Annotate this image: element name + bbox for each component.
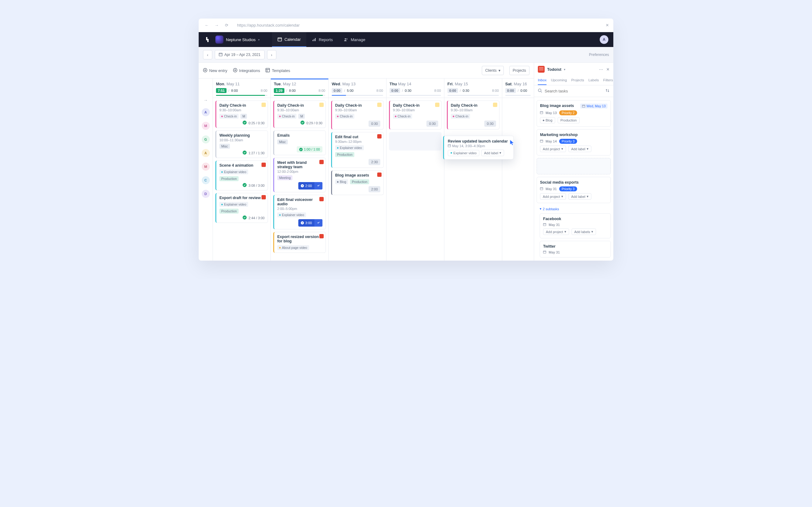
- calendar-card[interactable]: Edit final voiceover audio2:00–5:00pmExp…: [273, 195, 326, 229]
- column-body[interactable]: Daily Check-in9:30–10:00amCheck-inM0:29 …: [271, 98, 328, 261]
- template-icon: [265, 68, 270, 73]
- task-action-button[interactable]: Add project ▾: [543, 228, 569, 235]
- prev-week-button[interactable]: ‹: [203, 50, 212, 59]
- complete-button[interactable]: [314, 182, 322, 189]
- user-avatar[interactable]: C: [202, 176, 210, 184]
- column-body[interactable]: Daily Check-in9:30–10:00amCheck-inM0:25 …: [213, 98, 270, 261]
- user-avatar[interactable]: A: [600, 35, 608, 44]
- calendar-card[interactable]: EmailsMisc1:00 / 1:00: [273, 130, 326, 155]
- back-button[interactable]: ←: [203, 22, 210, 29]
- dot-icon: [337, 181, 339, 183]
- expand-rail-button[interactable]: →: [204, 98, 208, 103]
- calendar-card[interactable]: Meet with brand strategy team12:00-2:00p…: [273, 158, 326, 192]
- calendar-card[interactable]: Daily Check-in9:30–10:00amCheck-inM0:29 …: [273, 101, 326, 128]
- calendar-card[interactable]: Daily Check-in9:30–10:00amCheck-inM0:25 …: [215, 101, 268, 128]
- timer-play-button[interactable]: 3:00: [298, 219, 322, 227]
- calendar-toolbar: New entry Integrations Templates Clie: [199, 63, 534, 78]
- calendar-card[interactable]: Export resized version for blogAbout pag…: [273, 232, 326, 253]
- calendar-card[interactable]: Scene 4 animationExplainer videoProducti…: [215, 160, 268, 190]
- todoist-task-card[interactable]: Marketing workshopMay 14Priority 3Add pr…: [537, 129, 611, 156]
- integrations-button[interactable]: Integrations: [233, 68, 260, 73]
- nav-label: Manage: [351, 38, 365, 42]
- chevron-down-icon[interactable]: ▾: [564, 68, 565, 71]
- task-action-button[interactable]: Add project ▾: [540, 146, 566, 152]
- tag-chip: Meeting: [277, 175, 293, 180]
- drop-target[interactable]: [537, 158, 611, 174]
- priority-badge: Priority 2: [559, 110, 577, 115]
- svg-rect-15: [266, 68, 269, 72]
- column-body[interactable]: Daily Check-in9:30–10:00amCheck-in0:30Ed…: [328, 98, 386, 261]
- calendar-card[interactable]: Daily Check-in9:30–10:00amCheck-in0:30: [447, 101, 500, 129]
- user-avatar[interactable]: D: [202, 190, 210, 198]
- tag-chip: Explainer video: [277, 212, 306, 217]
- todoist-tab-upcoming[interactable]: Upcoming: [551, 76, 567, 85]
- workspace-switcher[interactable]: Neptune Studios ▾: [215, 36, 260, 44]
- preferences-link[interactable]: Preferences: [589, 53, 609, 57]
- close-panel-button[interactable]: ✕: [606, 67, 610, 72]
- tag-chip: Misc: [277, 139, 288, 145]
- tag-chip: Production: [219, 176, 239, 181]
- add-label-button[interactable]: Add label ▾: [481, 150, 504, 156]
- url-bar[interactable]: https://app.hourstack.com/calendar: [233, 21, 603, 30]
- todoist-task-card[interactable]: Social media exportsMay 31Priority 3Add …: [537, 177, 611, 203]
- todoist-tab-projects[interactable]: Projects: [571, 76, 584, 85]
- next-week-button[interactable]: ›: [267, 50, 276, 59]
- workspace-icon: [215, 36, 223, 44]
- task-title: Facebook: [543, 217, 607, 221]
- card-subtitle: 9:30–10:00am: [451, 108, 496, 112]
- calendar-card[interactable]: Export draft for reviewExplainer videoPr…: [215, 193, 268, 223]
- column-body[interactable]: Daily Check-in9:30–10:00amCheck-in0:30: [387, 98, 444, 261]
- user-avatar[interactable]: G: [202, 135, 210, 144]
- close-tab-button[interactable]: ✕: [606, 23, 609, 27]
- column-header: Fri, May 150:00/0:308:00: [444, 78, 502, 98]
- date-range-picker[interactable]: Apr 19 – Apr 23, 2021: [215, 50, 265, 59]
- task-title: Marketing workshop: [540, 133, 578, 137]
- dot-icon: [221, 116, 223, 117]
- task-action-button[interactable]: Add label ▾: [568, 193, 591, 200]
- chevron-down-icon: ▾: [587, 147, 589, 151]
- todoist-tab-filters[interactable]: Filters: [603, 76, 613, 85]
- tracked-time-badge: 0:00: [390, 88, 400, 93]
- progress-bar: [332, 95, 383, 96]
- more-button[interactable]: ⋯: [599, 67, 603, 72]
- reload-button[interactable]: ⟳: [223, 22, 230, 29]
- user-avatar[interactable]: M: [202, 122, 210, 130]
- complete-button[interactable]: [314, 219, 322, 227]
- user-rail: → AMGAMCD: [199, 78, 213, 261]
- calendar-card[interactable]: Daily Check-in9:30–10:00amCheck-in0:30: [389, 101, 442, 129]
- calendar-card[interactable]: Daily Check-in9:30–10:00amCheck-in0:30: [331, 101, 384, 129]
- integration-badge-icon: [261, 103, 266, 107]
- projects-dropdown[interactable]: Projects: [509, 66, 529, 75]
- svg-point-6: [347, 39, 348, 40]
- user-avatar[interactable]: M: [202, 163, 210, 171]
- column-body[interactable]: Daily Check-in9:30–10:00amCheck-in0:30: [444, 98, 502, 261]
- todoist-tab-labels[interactable]: Labels: [588, 76, 599, 85]
- column-body[interactable]: [502, 98, 534, 261]
- task-action-button[interactable]: Add project ▾: [540, 193, 566, 200]
- todoist-subtask-card[interactable]: FacebookMay 31Add project ▾Add labels ▾: [540, 213, 611, 238]
- nav-calendar[interactable]: Calendar: [272, 32, 306, 47]
- todoist-task-card[interactable]: Blog image assetsWed, May 13May 13Priori…: [537, 100, 611, 127]
- todoist-subtask-card[interactable]: TwitterMay 31: [540, 241, 611, 258]
- user-avatar[interactable]: A: [202, 108, 210, 116]
- tag-chip: Blog: [335, 179, 348, 184]
- sort-button[interactable]: [605, 89, 610, 94]
- card-subtitle: 9:30–10:00am: [335, 108, 380, 112]
- search-input[interactable]: [545, 89, 603, 93]
- timer-play-button[interactable]: 2:00: [298, 182, 322, 189]
- new-entry-button[interactable]: New entry: [203, 68, 227, 73]
- forward-button[interactable]: →: [213, 22, 220, 29]
- calendar-card[interactable]: Blog image assetsBlogProduction2:00: [331, 170, 384, 195]
- calendar-card[interactable]: Edit final cut9:30am–12:00pmExplainer vi…: [331, 132, 384, 168]
- calendar-card[interactable]: Weekly planning10:00–11:30amMisc1:27 / 1…: [215, 130, 268, 158]
- subtasks-toggle[interactable]: ▾ 2 subtasks: [540, 207, 611, 211]
- task-action-button[interactable]: Add label ▾: [568, 146, 591, 152]
- user-avatar[interactable]: A: [202, 149, 210, 157]
- todoist-tab-inbox[interactable]: Inbox: [538, 76, 547, 85]
- task-action-button[interactable]: Add labels ▾: [571, 228, 596, 235]
- clients-dropdown[interactable]: Clients ▾: [482, 66, 504, 75]
- dragged-task-card[interactable]: Review updated launch calendar May 14, 3…: [443, 136, 514, 160]
- templates-button[interactable]: Templates: [265, 68, 290, 73]
- nav-manage[interactable]: Manage: [338, 32, 371, 47]
- nav-reports[interactable]: Reports: [306, 32, 339, 47]
